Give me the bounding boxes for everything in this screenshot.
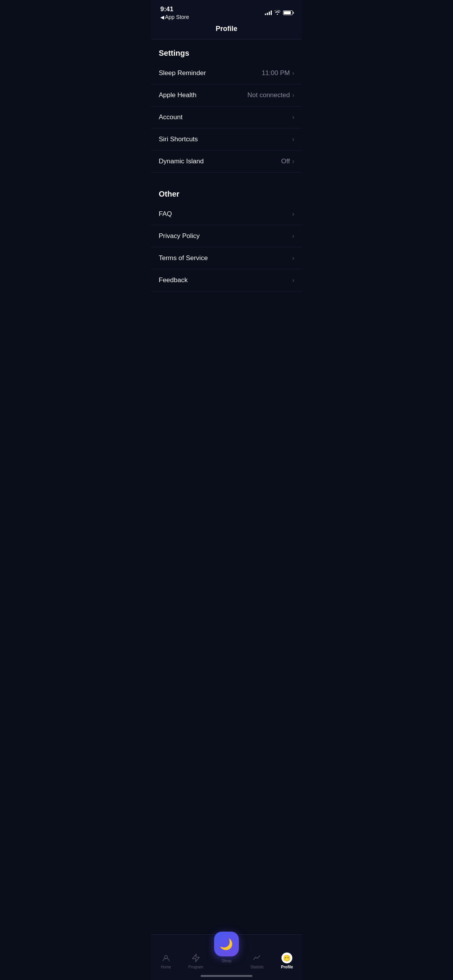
dynamic-island-label: Dynamic Island: [159, 158, 204, 165]
wifi-icon: [274, 9, 281, 16]
account-label: Account: [159, 113, 182, 121]
settings-section-header: Settings: [151, 39, 302, 62]
signal-icon: [265, 10, 272, 15]
siri-shortcuts-item[interactable]: Siri Shortcuts ›: [151, 128, 302, 151]
settings-label: Settings: [159, 49, 189, 57]
privacy-policy-label: Privacy Policy: [159, 232, 200, 240]
feedback-chevron-icon: ›: [292, 277, 294, 284]
dynamic-island-item[interactable]: Dynamic Island Off ›: [151, 151, 302, 173]
terms-of-service-label: Terms of Service: [159, 254, 208, 262]
status-time: 9:41: [160, 5, 173, 13]
terms-of-service-item[interactable]: Terms of Service ›: [151, 247, 302, 269]
sleep-reminder-value: 11:00 PM: [262, 69, 290, 77]
other-section-header: Other: [151, 180, 302, 203]
apple-health-item[interactable]: Apple Health Not connected ›: [151, 84, 302, 106]
back-arrow-icon: ◀: [160, 14, 164, 20]
back-button[interactable]: ◀ App Store: [160, 14, 189, 20]
back-label: App Store: [165, 14, 189, 20]
sleep-reminder-label: Sleep Reminder: [159, 69, 206, 77]
siri-shortcuts-label: Siri Shortcuts: [159, 135, 198, 143]
feedback-item[interactable]: Feedback ›: [151, 269, 302, 291]
apple-health-chevron-icon: ›: [292, 92, 294, 99]
dynamic-island-chevron-icon: ›: [292, 158, 294, 165]
faq-chevron-icon: ›: [292, 211, 294, 218]
sleep-reminder-chevron-icon: ›: [292, 70, 294, 77]
siri-shortcuts-chevron-icon: ›: [292, 136, 294, 143]
apple-health-value: Not connected: [247, 91, 290, 99]
battery-icon: [283, 10, 293, 15]
faq-item[interactable]: FAQ ›: [151, 203, 302, 225]
account-chevron-icon: ›: [292, 114, 294, 121]
terms-of-service-chevron-icon: ›: [292, 255, 294, 262]
account-item[interactable]: Account ›: [151, 106, 302, 128]
dynamic-island-value: Off: [281, 158, 290, 165]
privacy-policy-chevron-icon: ›: [292, 233, 294, 240]
sleep-reminder-item[interactable]: Sleep Reminder 11:00 PM ›: [151, 62, 302, 84]
feedback-label: Feedback: [159, 276, 188, 284]
privacy-policy-item[interactable]: Privacy Policy ›: [151, 225, 302, 247]
other-label: Other: [159, 190, 179, 198]
page-title: Profile: [216, 25, 237, 33]
apple-health-label: Apple Health: [159, 91, 196, 99]
faq-label: FAQ: [159, 210, 172, 218]
